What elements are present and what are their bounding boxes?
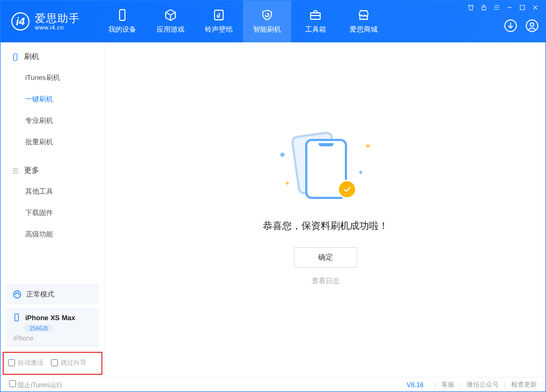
tab-apps-games[interactable]: 应用游戏 [146, 1, 195, 42]
list-icon [11, 167, 19, 175]
title-bar: i4 爱思助手 www.i4.cn 我的设备 应用游戏 铃声壁纸 智能刷机 工具… [1, 1, 545, 42]
wechat-link[interactable]: 微信公众号 [467, 380, 499, 389]
app-url: www.i4.cn [35, 24, 80, 31]
sidebar-item-download-firmware[interactable]: 下载固件 [1, 202, 105, 224]
version-label: V8.16 [407, 381, 423, 389]
tab-label: 应用游戏 [157, 25, 185, 34]
music-note-icon [212, 9, 225, 21]
checkbox-auto-activate[interactable]: 自动激活 [8, 358, 43, 367]
checkbox-block-itunes[interactable]: 阻止iTunes运行 [9, 380, 63, 390]
device-name: iPhone XS Max [25, 314, 75, 322]
app-logo: i4 爱思助手 www.i4.cn [1, 12, 87, 31]
status-bar: 阻止iTunes运行 V8.16 | 客服 | 微信公众号 | 检查更新 [1, 377, 545, 392]
view-log-link[interactable]: 查看日志 [312, 276, 340, 286]
svg-point-6 [526, 20, 538, 32]
success-message: 恭喜您，保资料刷机成功啦！ [263, 219, 388, 232]
close-button[interactable] [532, 4, 539, 13]
sidebar-section-more: 更多 [1, 166, 105, 181]
sidebar-item-batch-flash[interactable]: 批量刷机 [1, 131, 105, 153]
tab-smart-flash[interactable]: 智能刷机 [243, 1, 291, 42]
checkmark-icon [337, 180, 357, 199]
storage-badge: 256GB [24, 324, 53, 332]
svg-rect-2 [311, 13, 320, 19]
tab-my-device[interactable]: 我的设备 [98, 1, 146, 42]
shirt-icon[interactable] [467, 4, 475, 13]
window-controls [467, 4, 539, 13]
svg-rect-3 [482, 7, 486, 10]
sync-icon [12, 290, 22, 299]
sidebar-item-advanced[interactable]: 高级功能 [1, 224, 105, 245]
nav-tabs: 我的设备 应用游戏 铃声壁纸 智能刷机 工具箱 爱思商城 [98, 1, 388, 42]
mode-label: 正常模式 [26, 290, 54, 299]
main-panel: 恭喜您，保资料刷机成功啦！ 确定 查看日志 [105, 42, 545, 377]
device-type: iPhone [13, 335, 93, 342]
customer-service-link[interactable]: 客服 [441, 380, 454, 389]
cube-icon [164, 9, 177, 21]
checkbox-label: 阻止iTunes运行 [18, 381, 63, 389]
phone-outline-icon [11, 53, 19, 61]
minimize-button[interactable] [506, 4, 513, 13]
section-label: 更多 [24, 166, 39, 175]
tab-toolbox[interactable]: 工具箱 [291, 1, 340, 42]
sidebar-item-onekey-flash[interactable]: 一键刷机 [1, 88, 105, 110]
success-illustration [288, 134, 363, 203]
tab-label: 铃声壁纸 [205, 25, 233, 34]
checkbox-label: 跳过向导 [61, 358, 86, 367]
sidebar: 刷机 iTunes刷机 一键刷机 专业刷机 批量刷机 更多 其他工具 下载固件 … [1, 42, 105, 377]
user-icon[interactable] [525, 19, 539, 35]
svg-rect-8 [13, 54, 17, 61]
ok-button[interactable]: 确定 [294, 247, 357, 268]
svg-point-7 [530, 23, 534, 27]
svg-rect-10 [15, 314, 19, 321]
highlighted-options: 自动激活 跳过向导 [3, 352, 102, 375]
download-icon[interactable] [504, 19, 518, 35]
checkbox-skip-guide[interactable]: 跳过向导 [51, 358, 86, 367]
store-icon [357, 9, 370, 21]
device-phone-icon [12, 313, 21, 322]
phone-icon [116, 9, 129, 21]
tab-label: 爱思商城 [350, 25, 378, 34]
svg-point-9 [13, 291, 21, 298]
tab-label: 工具箱 [305, 25, 326, 34]
svg-rect-1 [215, 10, 223, 20]
menu-icon[interactable] [493, 4, 500, 13]
app-name: 爱思助手 [35, 12, 80, 24]
tab-store[interactable]: 爱思商城 [340, 1, 388, 42]
device-card[interactable]: iPhone XS Max 256GB iPhone [6, 308, 99, 347]
section-label: 刷机 [24, 52, 39, 62]
refresh-shield-icon [261, 9, 274, 21]
check-update-link[interactable]: 检查更新 [511, 380, 537, 389]
logo-icon: i4 [11, 12, 29, 31]
checkbox-label: 自动激活 [18, 358, 43, 367]
tab-ringtones-wallpapers[interactable]: 铃声壁纸 [195, 1, 243, 42]
sidebar-item-itunes-flash[interactable]: iTunes刷机 [1, 67, 105, 88]
svg-rect-0 [120, 10, 125, 20]
sidebar-section-flash: 刷机 [1, 52, 105, 67]
device-mode-card[interactable]: 正常模式 [6, 284, 99, 305]
briefcase-icon [309, 9, 322, 21]
lock-icon[interactable] [480, 4, 488, 13]
sidebar-item-other-tools[interactable]: 其他工具 [1, 181, 105, 202]
maximize-button[interactable] [519, 4, 526, 13]
tab-label: 我的设备 [108, 25, 136, 34]
svg-rect-4 [520, 5, 525, 10]
sidebar-item-pro-flash[interactable]: 专业刷机 [1, 110, 105, 131]
tab-label: 智能刷机 [253, 25, 281, 34]
